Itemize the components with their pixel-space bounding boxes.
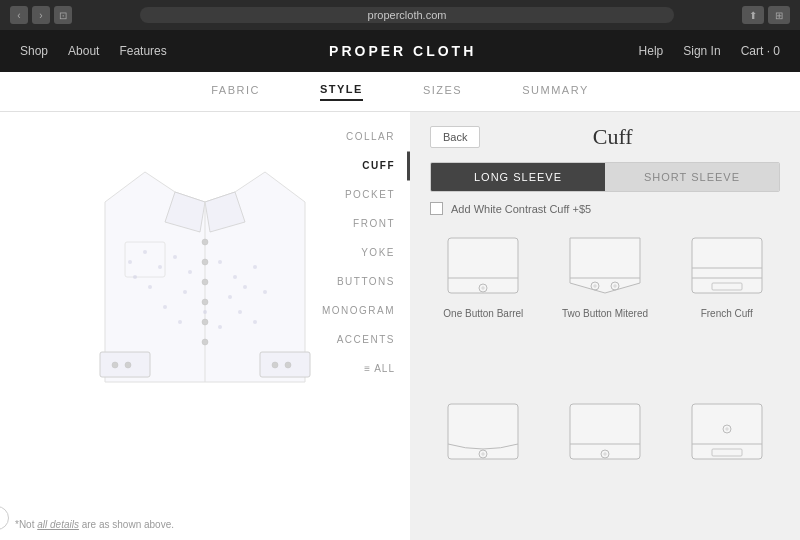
long-sleeve-button[interactable]: LONG SLEEVE <box>431 163 605 191</box>
cuff-two-button-mitered[interactable]: Two Button Mitered <box>547 225 664 386</box>
svg-point-18 <box>163 305 167 309</box>
svg-point-17 <box>263 290 267 294</box>
url-bar[interactable]: propercloth.com <box>140 7 674 23</box>
nav-about[interactable]: About <box>68 44 99 58</box>
cuff-french[interactable]: French Cuff <box>668 225 785 386</box>
sidebar-item-monogram[interactable]: MONOGRAM <box>320 296 410 325</box>
two-button-mitered-label: Two Button Mitered <box>562 308 648 319</box>
svg-point-13 <box>233 275 237 279</box>
svg-point-8 <box>148 285 152 289</box>
sidebar-item-collar[interactable]: COLLAR <box>320 122 410 151</box>
short-sleeve-button[interactable]: SHORT SLEEVE <box>605 163 779 191</box>
svg-point-4 <box>128 260 132 264</box>
cuff-option-4-icon <box>438 399 528 469</box>
shirt-illustration <box>45 122 365 412</box>
svg-point-27 <box>202 299 208 305</box>
svg-point-14 <box>228 295 232 299</box>
header-right-nav: Help Sign In Cart · 0 <box>639 44 780 58</box>
forward-button[interactable]: › <box>32 6 50 24</box>
contrast-cuff-checkbox[interactable] <box>430 202 443 215</box>
sidebar-item-pocket[interactable]: POCKET <box>320 180 410 209</box>
window-button[interactable]: ⊡ <box>54 6 72 24</box>
step-summary[interactable]: SUMMARY <box>522 84 589 100</box>
nav-shop[interactable]: Shop <box>20 44 48 58</box>
one-button-barrel-label: One Button Barrel <box>443 308 523 319</box>
sidebar-item-accents[interactable]: ACCENTS <box>320 325 410 354</box>
sidebar-item-buttons[interactable]: BUTTONS <box>320 267 410 296</box>
sidebar-item-front[interactable]: FRONT <box>320 209 410 238</box>
cuff-one-button-barrel[interactable]: One Button Barrel <box>425 225 542 386</box>
cuff-option-5[interactable] <box>547 391 664 541</box>
right-panel: Back Cuff LONG SLEEVE SHORT SLEEVE Add W… <box>410 112 800 540</box>
svg-point-11 <box>183 290 187 294</box>
svg-point-31 <box>125 362 131 368</box>
browser-nav[interactable]: ‹ › ⊡ <box>10 6 72 24</box>
sleeve-toggle: LONG SLEEVE SHORT SLEEVE <box>430 162 780 192</box>
back-button[interactable]: Back <box>430 126 480 148</box>
svg-point-33 <box>285 362 291 368</box>
two-button-mitered-icon <box>560 233 650 303</box>
sidebar-item-yoke[interactable]: YOKE <box>320 238 410 267</box>
sidebar-item-cuff[interactable]: CUFF <box>320 151 410 180</box>
svg-rect-50 <box>448 404 518 459</box>
svg-point-9 <box>173 255 177 259</box>
svg-point-25 <box>202 259 208 265</box>
site-logo: PROPER CLOTH <box>329 43 476 59</box>
nav-cart[interactable]: Cart · 0 <box>741 44 780 58</box>
back-button[interactable]: ‹ <box>10 6 28 24</box>
svg-point-16 <box>253 265 257 269</box>
cuff-option-6-icon <box>682 399 772 469</box>
cuff-option-4[interactable] <box>425 391 542 541</box>
step-navigation: FABRIC STYLE SIZES SUMMARY <box>0 72 800 112</box>
svg-point-30 <box>112 362 118 368</box>
panel-title: Cuff <box>495 124 780 150</box>
svg-rect-59 <box>692 404 762 459</box>
svg-point-22 <box>238 310 242 314</box>
svg-point-28 <box>202 319 208 325</box>
new-tab-button[interactable]: ⊞ <box>768 6 790 24</box>
french-cuff-label: French Cuff <box>701 308 753 319</box>
nav-features[interactable]: Features <box>119 44 166 58</box>
svg-rect-54 <box>570 404 640 459</box>
contrast-cuff-row: Add White Contrast Cuff +$5 <box>410 202 800 225</box>
svg-point-23 <box>253 320 257 324</box>
svg-point-29 <box>202 339 208 345</box>
nav-help[interactable]: Help <box>639 44 664 58</box>
cuff-options-grid: One Button Barrel Two Button Mitered <box>410 225 800 540</box>
sidebar-nav: COLLAR CUFF POCKET FRONT YOKE BUTTONS MO… <box>320 112 410 383</box>
step-fabric[interactable]: FABRIC <box>211 84 260 100</box>
shirt-image <box>45 122 365 412</box>
svg-point-19 <box>178 320 182 324</box>
main-content: COLLAR CUFF POCKET FRONT YOKE BUTTONS MO… <box>0 112 800 540</box>
cuff-option-6[interactable] <box>668 391 785 541</box>
svg-point-26 <box>202 279 208 285</box>
svg-point-7 <box>133 275 137 279</box>
step-style[interactable]: STYLE <box>320 83 363 101</box>
svg-point-5 <box>143 250 147 254</box>
sidebar-item-all[interactable]: ≡ ALL <box>320 354 410 383</box>
svg-point-12 <box>218 260 222 264</box>
svg-point-20 <box>203 310 207 314</box>
nav-sign-in[interactable]: Sign In <box>683 44 720 58</box>
french-cuff-icon <box>682 233 772 303</box>
svg-point-32 <box>272 362 278 368</box>
svg-point-24 <box>202 239 208 245</box>
svg-point-15 <box>243 285 247 289</box>
header-nav: Shop About Features <box>20 44 167 58</box>
one-button-barrel-icon <box>438 233 528 303</box>
svg-point-6 <box>158 265 162 269</box>
left-panel: COLLAR CUFF POCKET FRONT YOKE BUTTONS MO… <box>0 112 410 540</box>
browser-chrome: ‹ › ⊡ propercloth.com ⬆ ⊞ <box>0 0 800 30</box>
panel-header: Back Cuff <box>410 112 800 162</box>
cuff-option-5-icon <box>560 399 650 469</box>
browser-actions: ⬆ ⊞ <box>742 6 790 24</box>
contrast-cuff-label: Add White Contrast Cuff +$5 <box>451 203 591 215</box>
share-button[interactable]: ⬆ <box>742 6 764 24</box>
svg-point-10 <box>188 270 192 274</box>
svg-rect-46 <box>692 238 762 293</box>
help-button[interactable]: ? <box>0 506 9 530</box>
svg-point-21 <box>218 325 222 329</box>
step-sizes[interactable]: SIZES <box>423 84 462 100</box>
site-header: Shop About Features PROPER CLOTH Help Si… <box>0 30 800 72</box>
bottom-note: *Not all details are as shown above. <box>15 519 174 530</box>
